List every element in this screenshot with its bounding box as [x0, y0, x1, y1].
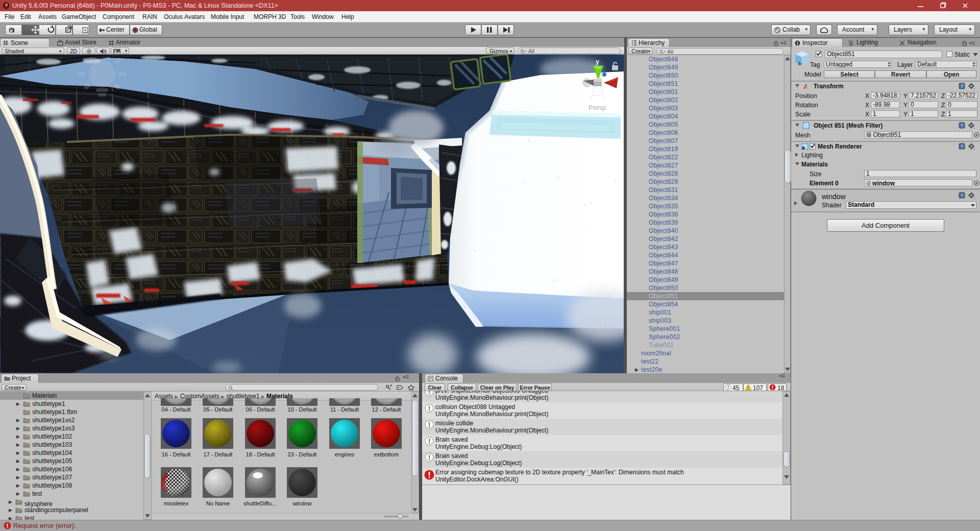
svg-text:?: ?: [961, 84, 963, 89]
svg-text:?: ?: [961, 123, 963, 128]
svg-text:?: ?: [961, 144, 963, 149]
svg-text:Persp: Persp: [589, 104, 606, 111]
svg-text:y: y: [596, 58, 599, 65]
svg-text:z: z: [608, 71, 611, 78]
svg-text:?: ?: [961, 193, 963, 198]
